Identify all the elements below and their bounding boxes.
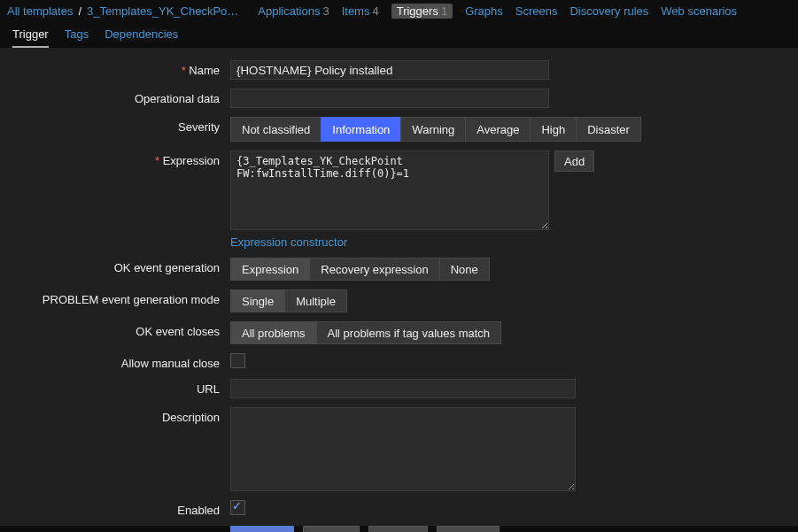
- breadcrumb-root[interactable]: All templates: [7, 4, 73, 18]
- nav-applications[interactable]: Applications3: [258, 4, 329, 19]
- label-description: Description: [18, 407, 230, 424]
- ok-gen-group: Expression Recovery expression None: [230, 258, 490, 281]
- add-button[interactable]: Add: [554, 150, 594, 172]
- breadcrumb-sep: /: [78, 4, 81, 18]
- problem-gen-multiple[interactable]: Multiple: [284, 289, 347, 312]
- label-problem-gen: PROBLEM event generation mode: [18, 289, 230, 306]
- severity-average[interactable]: Average: [465, 117, 531, 142]
- problem-gen-group: Single Multiple: [230, 289, 347, 312]
- url-input[interactable]: [230, 379, 576, 398]
- nav-web[interactable]: Web scenarios: [661, 4, 737, 19]
- sub-tabs: Trigger Tags Dependencies: [0, 20, 798, 48]
- severity-high[interactable]: High: [530, 117, 577, 142]
- label-url: URL: [18, 379, 230, 396]
- problem-gen-single[interactable]: Single: [230, 289, 285, 312]
- label-expression: Expression: [18, 150, 230, 167]
- nav-tabs: Applications3 Items4 Triggers1 Graphs Sc…: [258, 4, 737, 19]
- description-input[interactable]: [230, 407, 576, 491]
- nav-items[interactable]: Items4: [342, 4, 379, 19]
- expression-constructor-link[interactable]: Expression constructor: [230, 235, 347, 249]
- tab-trigger[interactable]: Trigger: [12, 27, 49, 48]
- cancel-button[interactable]: Cancel: [437, 526, 499, 532]
- ok-gen-expression[interactable]: Expression: [230, 258, 310, 281]
- label-name: Name: [18, 60, 230, 77]
- label-enabled: Enabled: [18, 500, 230, 517]
- clone-button[interactable]: Clone: [303, 526, 360, 532]
- breadcrumb: All templates / 3_Templates_YK_CheckPo… …: [0, 0, 798, 20]
- ok-gen-none[interactable]: None: [439, 258, 490, 281]
- label-severity: Severity: [18, 117, 230, 134]
- severity-information[interactable]: Information: [321, 117, 401, 142]
- name-input[interactable]: [230, 60, 549, 80]
- tab-dependencies[interactable]: Dependencies: [105, 27, 178, 48]
- ok-close-group: All problems All problems if tag values …: [230, 321, 501, 344]
- label-ok-gen: OK event generation: [18, 258, 230, 274]
- severity-group: Not classified Information Warning Avera…: [230, 117, 641, 142]
- severity-disaster[interactable]: Disaster: [576, 117, 641, 142]
- severity-warning[interactable]: Warning: [400, 117, 466, 142]
- opdata-input[interactable]: [230, 89, 549, 108]
- nav-screens[interactable]: Screens: [515, 4, 558, 19]
- nav-discovery[interactable]: Discovery rules: [569, 4, 648, 19]
- expression-input[interactable]: {3_Templates_YK_CheckPoint FW:fwInstallT…: [230, 150, 549, 230]
- label-manual-close: Allow manual close: [18, 353, 230, 370]
- label-opdata: Operational data: [18, 89, 230, 105]
- manual-close-checkbox[interactable]: [230, 353, 245, 368]
- nav-triggers[interactable]: Triggers1: [391, 4, 453, 19]
- tab-tags[interactable]: Tags: [65, 27, 89, 48]
- nav-graphs[interactable]: Graphs: [465, 4, 503, 19]
- ok-close-all[interactable]: All problems: [230, 321, 317, 344]
- update-button[interactable]: Update: [230, 526, 294, 532]
- severity-not-classified[interactable]: Not classified: [230, 117, 322, 142]
- form: Name Operational data Severity Not class…: [0, 48, 798, 526]
- label-ok-close: OK event closes: [18, 321, 230, 338]
- ok-gen-recovery[interactable]: Recovery expression: [309, 258, 439, 281]
- delete-button[interactable]: Delete: [368, 526, 429, 532]
- breadcrumb-current[interactable]: 3_Templates_YK_CheckPo…: [87, 4, 238, 18]
- enabled-checkbox[interactable]: [230, 500, 245, 515]
- footer-buttons: Update Clone Delete Cancel: [230, 526, 780, 532]
- ok-close-tag[interactable]: All problems if tag values match: [316, 321, 502, 344]
